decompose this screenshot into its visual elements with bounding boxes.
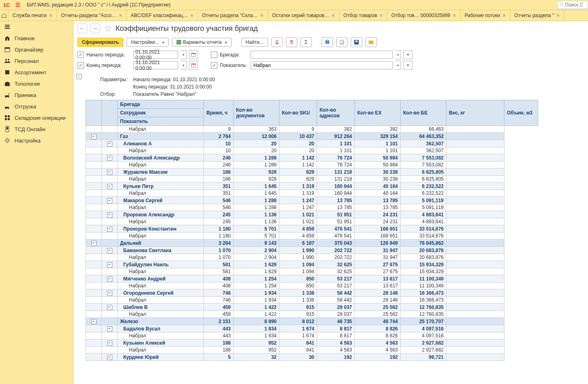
table-row[interactable]: −Прохоров Константин1 1805 7014 859476 5… [86, 225, 538, 233]
save-button[interactable] [351, 37, 362, 47]
table-row[interactable]: −Железо2 1518 8908 01246 73546 74425 170… [86, 318, 538, 325]
table-row[interactable]: Набрал1 1805 7014 859476 541168 65133 51… [86, 233, 538, 239]
indicator-input[interactable] [253, 62, 391, 69]
sigma-button[interactable]: Σ [300, 37, 312, 47]
report-grid[interactable]: Бригада Время, ч Кол-во документов Кол-в… [86, 100, 588, 384]
tree-toggle[interactable]: − [107, 248, 112, 253]
tree-toggle[interactable]: − [107, 305, 112, 310]
table-row[interactable]: −Журавлев Максим186928829131 21830 2386 … [86, 168, 538, 176]
brigade-checkbox[interactable] [211, 52, 217, 58]
sidebar-item[interactable]: Ассортимент [0, 67, 73, 78]
tab-home[interactable] [0, 10, 9, 21]
nav-fwd-button[interactable]: → [90, 24, 100, 33]
table-row[interactable]: −Мягченко Андрей4081 25485053 21713 6171… [86, 275, 538, 283]
tab-close-icon[interactable]: × [380, 12, 383, 19]
table-row[interactable]: Набрал4431 8341 6748 8178 8264 097,516 [86, 332, 538, 339]
sidebar-item[interactable]: Настройка [0, 135, 73, 146]
tab-doc[interactable]: Отчеты раздела "Скла…× [198, 10, 268, 21]
tab-close-icon[interactable]: × [119, 12, 122, 19]
table-row[interactable]: Набрал9363938238266,463 [86, 126, 538, 133]
tree-toggle[interactable]: − [107, 326, 112, 332]
tab-doc[interactable]: Служба печати× [9, 10, 57, 21]
end-calendar-button[interactable] [189, 61, 198, 70]
print-button[interactable] [322, 37, 333, 47]
sidebar-item[interactable]: Складские операции [0, 112, 73, 123]
table-row[interactable]: −Огородников Сергей7461 9341 33858 44228… [86, 289, 538, 297]
tree-toggle[interactable]: − [107, 355, 112, 360]
table-row[interactable]: −Аликанов А1020201 1011 101362,507 [86, 140, 538, 147]
start-date-spin[interactable]: ▾ [180, 50, 187, 59]
sidebar-item[interactable]: Топология [0, 78, 73, 89]
tab-close-icon[interactable]: × [332, 12, 335, 19]
table-row[interactable]: −Бажанова Светлана1 0702 9041 990202 722… [86, 247, 538, 254]
sidebar-item[interactable]: ТСД Онлайн [0, 123, 73, 135]
table-row[interactable]: Набрал7461 9341 33858 44228 14816 366,47… [86, 297, 538, 304]
tab-close-icon[interactable]: × [190, 12, 193, 19]
end-date-input[interactable]: 31.10.2021 0:00:00 [133, 61, 178, 69]
menu-icon[interactable] [13, 0, 23, 10]
tree-toggle[interactable]: − [107, 184, 112, 189]
sidebar-item[interactable]: Персонал [0, 55, 73, 67]
table-row[interactable]: Набрал4081 25485053 21713 61711 100,349 [86, 283, 538, 289]
table-row[interactable]: Набрал4591 42291528 03725 56212 760,835 [86, 311, 538, 318]
table-row[interactable]: −Кульев Петр3511 6451 319160 94440 1646 … [86, 183, 538, 190]
table-row[interactable]: −Шиблев В4591 42291528 03725 56212 760,8… [86, 304, 538, 311]
table-row[interactable]: −Пророков Александр2451 1361 02151 95124… [86, 211, 538, 218]
end-checkbox[interactable] [77, 62, 84, 69]
table-row[interactable]: Набрал186928829131 21830 2386 825,805 [86, 176, 538, 183]
brigade-drop[interactable]: ▾ [395, 50, 401, 59]
expand-up-button[interactable] [271, 37, 283, 47]
indicator-clear-button[interactable]: × [403, 61, 412, 70]
table-row[interactable]: −Бадалов Вусал4431 8341 6748 8178 8264 0… [86, 325, 538, 332]
tab-close-icon[interactable]: × [49, 12, 52, 19]
favorite-button[interactable] [103, 24, 112, 33]
table-row[interactable]: −Волховский Александр2461 2881 14276 724… [86, 154, 538, 162]
table-row[interactable]: Набрал2461 2881 14276 72450 9847 553,082 [86, 162, 538, 168]
end-date-spin[interactable]: ▾ [180, 61, 187, 70]
tab-close-icon[interactable]: × [502, 12, 506, 19]
table-row[interactable]: −Дальний3 2649 1436 187375 043126 94976 … [86, 239, 538, 247]
tree-toggle[interactable]: − [107, 170, 112, 175]
tab-doc[interactable]: Отбор тов… 00000325889× [387, 10, 461, 21]
indicator-checkbox[interactable] [211, 62, 217, 69]
table-row[interactable]: Набрал5811 6291 09432 62527 67515 934,32… [86, 268, 538, 275]
tab-close-icon[interactable]: × [556, 12, 560, 19]
indicator-drop[interactable]: ▾ [395, 61, 401, 70]
tree-toggle[interactable]: − [107, 276, 112, 282]
settings-button[interactable]: Настройки... [127, 38, 169, 47]
variants-button[interactable]: Варианты отчета [172, 38, 231, 47]
tree-toggle[interactable]: − [91, 241, 97, 246]
tab-doc[interactable]: Остатки серий товаров…× [268, 10, 339, 21]
table-row[interactable]: Набрал2451 1361 02151 95124 2314 883,641 [86, 218, 538, 225]
form-button[interactable]: Сформировать [77, 38, 123, 47]
start-date-input[interactable]: 01.10.2021 0:00:00 [133, 51, 178, 59]
sidebar-item[interactable]: Главное [0, 32, 73, 44]
tree-toggle[interactable]: − [107, 341, 112, 346]
tree-toggle[interactable]: − [91, 134, 97, 139]
find-button[interactable]: Найти... [241, 38, 268, 47]
nav-back-button[interactable]: ← [77, 24, 87, 33]
table-row[interactable]: Набрал5461 2881 24713 78513 7855 091,119 [86, 204, 538, 211]
tree-toggle[interactable]: − [91, 319, 97, 324]
table-row[interactable]: Набрал1020201 1011 101362,507 [86, 147, 538, 154]
table-row[interactable]: Набрал3511 6451 319160 94440 1646 232,52… [86, 190, 538, 197]
tree-toggle[interactable]: − [107, 291, 112, 296]
sidebar-item[interactable]: Приемка [0, 89, 73, 101]
tree-toggle[interactable]: − [107, 227, 112, 232]
tree-toggle[interactable]: − [107, 141, 112, 147]
brigade-clear-button[interactable]: × [403, 50, 412, 59]
expand-down-button[interactable] [286, 37, 297, 47]
sidebar-item[interactable]: Органайзер [0, 44, 73, 55]
table-row[interactable]: −Курдяев Юрий5323019219299,721 [86, 354, 538, 361]
start-calendar-button[interactable] [189, 50, 198, 59]
tab-doc[interactable]: ABC/DEF классификац…× [127, 10, 198, 21]
indicator-select[interactable] [251, 61, 393, 69]
start-checkbox[interactable] [77, 52, 84, 58]
table-row[interactable]: −Губайдулин Наиль5811 6291 09432 62527 6… [86, 261, 538, 268]
brigade-input[interactable] [253, 52, 391, 58]
table-row[interactable]: −Газ2 76412 00610 437912 264329 15464 46… [86, 133, 538, 140]
table-row[interactable]: Набрал1889528414 5634 5632 927,682 [86, 347, 538, 354]
table-row[interactable]: −Кузьмин Алексей1889528414 5634 5632 927… [86, 339, 538, 347]
search-input[interactable] [564, 2, 586, 8]
tab-doc[interactable]: Рабочие потоки× [461, 10, 511, 21]
